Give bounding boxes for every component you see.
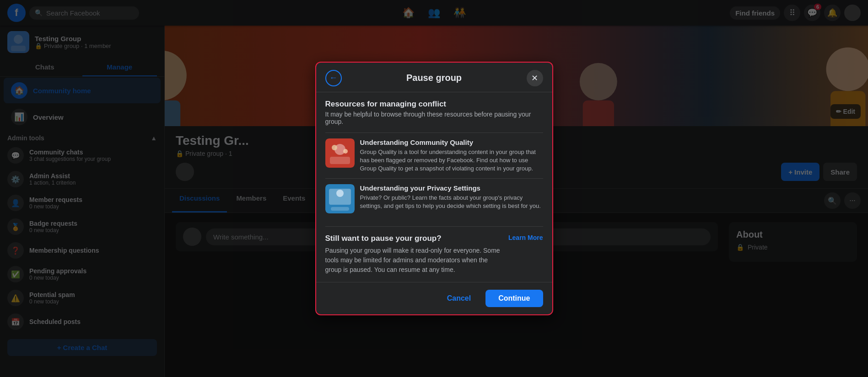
modal-section-title: Resources for managing conflict	[325, 100, 543, 109]
modal-section-sub: It may be helpful to browse through thes…	[325, 111, 543, 125]
pause-section-title: Still want to pause your group?	[325, 234, 503, 243]
resource-item-community-quality: Understanding Community Quality Group Qu…	[325, 133, 543, 179]
svg-point-17	[332, 145, 337, 150]
svg-point-21	[336, 190, 344, 197]
learn-more-link[interactable]: Learn More	[508, 234, 543, 275]
modal-title: Pause group	[406, 73, 462, 83]
resource-desc-privacy: Private? Or public? Learn the facts abou…	[360, 194, 543, 210]
modal-continue-button[interactable]: Continue	[485, 290, 543, 307]
modal-body: Resources for managing conflict It may b…	[316, 92, 552, 282]
pause-section-desc: Pausing your group will make it read-onl…	[325, 246, 503, 275]
modal-back-button[interactable]: ←	[325, 70, 342, 86]
resource-thumb-community-quality	[325, 138, 355, 168]
svg-rect-22	[331, 207, 349, 211]
pause-section-text: Still want to pause your group? Pausing …	[325, 234, 503, 275]
resource-title-community-quality: Understanding Community Quality	[360, 138, 543, 146]
svg-point-18	[343, 149, 348, 154]
resource-info-privacy: Understanding your Privacy Settings Priv…	[360, 184, 543, 210]
modal-close-button[interactable]: ✕	[527, 70, 543, 86]
modal-cancel-button[interactable]: Cancel	[438, 290, 480, 307]
svg-rect-16	[330, 157, 350, 164]
resource-item-privacy: Understanding your Privacy Settings Priv…	[325, 178, 543, 219]
pause-group-modal: ← Pause group ✕ Resources for managing c…	[315, 62, 553, 316]
modal-footer: Cancel Continue	[316, 282, 552, 314]
resource-thumb-privacy	[325, 184, 355, 213]
resource-desc-community-quality: Group Quality is a tool for understandin…	[360, 148, 543, 173]
modal-overlay[interactable]: ← Pause group ✕ Resources for managing c…	[0, 0, 868, 377]
modal-header: ← Pause group ✕	[316, 63, 552, 92]
resource-info-community-quality: Understanding Community Quality Group Qu…	[360, 138, 543, 173]
resource-title-privacy: Understanding your Privacy Settings	[360, 184, 543, 192]
pause-section: Still want to pause your group? Pausing …	[325, 226, 543, 275]
